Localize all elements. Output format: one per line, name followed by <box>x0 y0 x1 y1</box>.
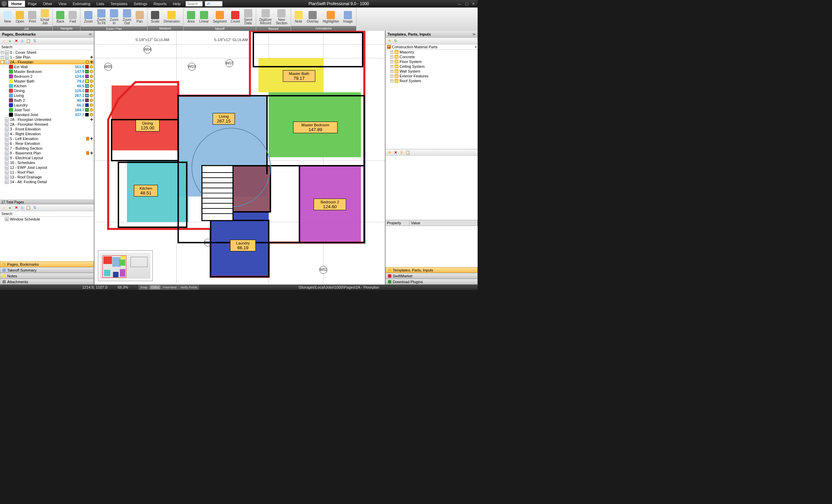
takeoff-item[interactable]: Master Bath79.2 <box>0 79 94 84</box>
copy-icon[interactable]: ⎘ <box>20 39 25 43</box>
takeoff-item[interactable]: Bedroom 2124.6 <box>0 74 94 79</box>
paste-icon[interactable]: 📋 <box>26 39 31 43</box>
menu-home[interactable]: Home <box>8 1 25 7</box>
add-sub-icon[interactable]: ✚ <box>90 117 93 122</box>
accordion-download-plugins[interactable]: Download Plugins <box>386 279 478 285</box>
ribbon-back-button[interactable]: Back <box>54 10 66 24</box>
page-item[interactable]: ▤12 - EWP Joist Layout <box>0 165 94 170</box>
add-sub-icon[interactable]: ✚ <box>90 137 93 141</box>
tree-expand-icon[interactable]: ↕ <box>1 205 6 210</box>
template-folder[interactable]: +🗀Exterior Features <box>386 74 478 78</box>
add-sub-icon[interactable]: ✚ <box>90 151 93 155</box>
page-item[interactable]: ▤8 - Basement Plan✚ <box>0 151 94 155</box>
expand-icon[interactable]: + <box>1 56 4 59</box>
template-folder[interactable]: +🗀Floor System <box>386 59 478 64</box>
room-label-kitchen[interactable]: Kitchen48.51 <box>134 185 158 197</box>
accordion-templates-parts-inputs[interactable]: Templates, Parts, Inputs <box>386 267 478 273</box>
delete-icon[interactable]: ✕ <box>14 205 18 210</box>
expand-icon[interactable]: + <box>390 65 393 68</box>
ribbon-print-button[interactable]: Print <box>26 10 38 24</box>
visibility-icon[interactable] <box>90 65 93 68</box>
ribbon-note-button[interactable]: Note <box>292 10 305 24</box>
paste-icon[interactable]: 📋 <box>26 205 31 210</box>
minimize-icon[interactable]: — <box>458 2 462 6</box>
ribbon-highlighter-button[interactable]: Highlighter <box>320 10 341 24</box>
page-item[interactable]: ▤13 - Roof Drainage <box>0 175 94 179</box>
ribbon-dimension-button[interactable]: Dimension <box>162 10 182 24</box>
page-item[interactable]: ▤5 - Left Elevation✚ <box>0 136 94 141</box>
menu-templates[interactable]: Templates <box>107 1 130 7</box>
expand-icon[interactable]: + <box>1 51 4 54</box>
prop-delete-icon[interactable]: ✕ <box>393 150 398 155</box>
snap-ortho-button[interactable]: Ortho <box>150 285 161 290</box>
prop-new-icon[interactable]: ✚ <box>387 150 392 155</box>
page-item[interactable]: ▤7 - Building Section <box>0 146 94 151</box>
visibility-icon[interactable] <box>90 94 93 97</box>
page-item[interactable]: +▤1 - Site Plan✚ <box>0 55 94 60</box>
room-label-dining[interactable]: Dining125.00 <box>136 120 160 131</box>
ribbon-new-button[interactable]: NewSection <box>274 9 289 26</box>
dropdown-icon[interactable]: ▾ <box>475 45 477 49</box>
page-item[interactable]: ▤2A - Floorplan Unleveled✚ <box>0 117 94 122</box>
takeoff-item[interactable]: Living267.1 <box>0 93 94 98</box>
accordion-swiftmarket[interactable]: SwiftMarket <box>386 273 478 279</box>
room-label-master-bath[interactable]: Master Bath79.17 <box>283 70 315 82</box>
new-template-icon[interactable]: ✚ <box>387 39 392 43</box>
ribbon-segment-button[interactable]: Segment <box>211 10 229 24</box>
room-label-bedroom-2[interactable]: Bedroom 2124.60 <box>314 199 346 210</box>
ribbon-overlay-button[interactable]: Overlay <box>305 10 320 24</box>
page-item[interactable]: ▤2A - Floorplan Revised <box>0 122 94 127</box>
close-icon[interactable]: ✕ <box>472 2 475 6</box>
ribbon-zoom-button[interactable]: ZoomTo Fit <box>95 9 108 26</box>
visibility-icon[interactable] <box>90 99 93 102</box>
visibility-icon[interactable] <box>90 113 93 116</box>
add-sub-icon[interactable]: ✚ <box>90 60 93 64</box>
ribbon-count-button[interactable]: Count <box>229 10 242 24</box>
ribbon-open-button[interactable]: Open <box>14 10 26 24</box>
drawing-canvas[interactable]: 5-1/8"x12" GLULAM 5-1/8"x12" GLULAM W05 … <box>94 31 385 285</box>
takeoff-item[interactable]: Kitchen48.5 <box>0 84 94 88</box>
visibility-icon[interactable] <box>90 103 93 107</box>
takeoff-item[interactable]: Bath 240.4 <box>0 98 94 103</box>
snap-verify-points-button[interactable]: Verify Points <box>178 285 199 290</box>
collapse-icon[interactable]: ≫ <box>472 33 476 36</box>
bookmarks-search-input[interactable] <box>14 212 94 216</box>
page-item[interactable]: ▤4 - Right Elevation <box>0 131 94 136</box>
template-folder[interactable]: +🗀Ceiling System <box>386 64 478 69</box>
visibility-icon[interactable] <box>90 79 93 83</box>
ribbon-zoom-button[interactable]: ZoomIn <box>108 9 121 26</box>
ribbon-digitizer-button[interactable]: DigitizerRecord <box>257 9 274 26</box>
ribbon-email-button[interactable]: EmailJob <box>38 9 51 26</box>
ribbon-zoom-button[interactable]: Zoom <box>82 10 95 24</box>
takeoff-item[interactable]: Ext Wall161.5 <box>0 64 94 69</box>
pages-search-input[interactable] <box>14 45 94 50</box>
menu-estimating[interactable]: Estimating <box>70 1 93 7</box>
menu-settings[interactable]: Settings <box>131 1 151 7</box>
ribbon-new-button[interactable]: New <box>1 10 14 24</box>
visibility-icon[interactable] <box>90 89 93 92</box>
ribbon-fwd-button[interactable]: Fwd <box>66 10 79 24</box>
page-item[interactable]: ▤11 - Roof Plan <box>0 170 94 175</box>
collapse-icon[interactable]: ≪ <box>89 33 92 36</box>
expand-icon[interactable]: + <box>390 75 393 78</box>
room-label-laundry[interactable]: Laundry66.19 <box>230 240 256 251</box>
accordion-notes[interactable]: Notes <box>0 273 94 279</box>
delete-icon[interactable]: ✕ <box>14 39 18 43</box>
expand-icon[interactable]: + <box>390 51 393 54</box>
takeoff-item[interactable]: Standard Joist337.7 <box>0 112 94 117</box>
template-folder[interactable]: +🗀Wall System <box>386 69 478 74</box>
menu-help[interactable]: Help <box>170 1 184 7</box>
template-folder[interactable]: +🗀Roof System <box>386 78 478 83</box>
template-folder[interactable]: +🗀Masonry <box>386 50 478 54</box>
property-grid[interactable] <box>386 226 478 267</box>
tree-expand-icon[interactable]: ↕ <box>1 39 6 43</box>
sort-icon[interactable]: ⇅ <box>32 39 37 43</box>
room-label-master-bedroom[interactable]: Master Bedroom147.89 <box>293 122 338 133</box>
page-thumbnail[interactable] <box>98 250 153 281</box>
page-item[interactable]: -▤2A - Floorplan✚ <box>0 60 94 64</box>
menu-lists[interactable]: Lists <box>93 1 108 7</box>
ribbon-zoom-button[interactable]: ZoomOut <box>121 9 134 26</box>
maximize-icon[interactable]: ▢ <box>465 2 468 6</box>
ribbon-linear-button[interactable]: Linear <box>197 10 211 24</box>
takeoff-item[interactable]: Laundry66.2 <box>0 103 94 108</box>
